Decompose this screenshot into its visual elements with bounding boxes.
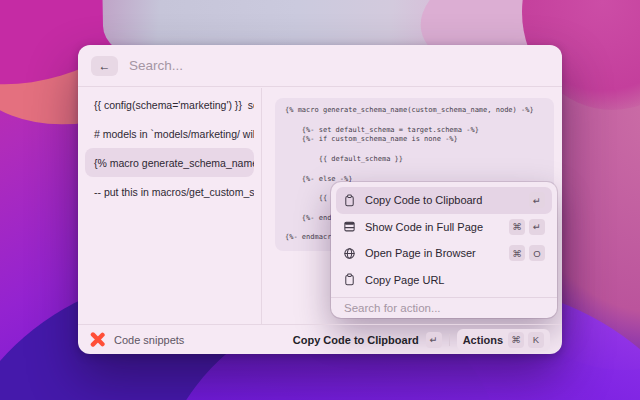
clipboard-icon [343,273,356,286]
keycap: O [529,245,545,261]
snippet-list-item[interactable]: {% macro generate_schema_name(c... [85,148,254,177]
clipboard-icon [343,194,356,207]
action-label: Copy Code to Clipboard [365,194,482,206]
footer-separator [449,334,450,346]
search-input[interactable] [129,58,429,73]
back-arrow-icon: ← [99,59,111,73]
actions-menu: Copy Code to Clipboard ↵ Show Code in Fu… [331,182,557,318]
search-bar: ← [78,45,562,87]
action-label: Copy Page URL [365,274,445,286]
keycap: ⌘ [508,332,524,348]
keycap: ⌘ [509,219,525,235]
snippet-list-item[interactable]: {{ config(schema='marketing') }} sel... [85,90,254,119]
launcher-window: ← {{ config(schema='marketing') }} sel..… [78,45,562,354]
primary-action-shortcut: ↵ [426,332,442,348]
window-icon [343,220,356,233]
action-shortcut: ↵ [529,192,545,208]
action-rows: Copy Code to Clipboard ↵ Show Code in Fu… [336,187,552,293]
snippet-list-item[interactable]: -- put this in macros/get_custom_sc... [85,177,254,206]
globe-icon [343,247,356,260]
snippet-label: {{ config(schema='marketing') }} sel... [94,99,254,111]
action-menu-item[interactable]: Show Code in Full Page ⌘↵ [336,214,552,241]
actions-button-label: Actions [463,334,503,346]
snippet-label: -- put this in macros/get_custom_sc... [94,186,254,198]
action-search-input[interactable] [336,298,552,318]
keycap: ↵ [529,219,545,235]
app-label: Code snippets [114,334,184,346]
keycap: ↵ [529,192,545,208]
snippet-label: # models in `models/marketing/ will... [94,128,254,140]
action-label: Show Code in Full Page [365,221,483,233]
bottom-bar: Code snippets Copy Code to Clipboard ↵ A… [78,324,562,354]
snippet-label: {% macro generate_schema_name(c... [94,157,254,169]
primary-action-label: Copy Code to Clipboard [293,334,419,346]
snippet-list: {{ config(schema='marketing') }} sel... … [78,88,262,324]
action-menu-item[interactable]: Copy Code to Clipboard ↵ [336,187,552,214]
footer-actions: Copy Code to Clipboard ↵ Actions ⌘K [293,329,550,351]
primary-action-button[interactable]: Copy Code to Clipboard ↵ [293,332,442,348]
dbt-icon [90,332,105,347]
action-menu-item[interactable]: Copy Page URL [336,267,552,294]
snippet-list-item[interactable]: # models in `models/marketing/ will... [85,119,254,148]
keycap: K [528,332,544,348]
action-shortcut: ⌘O [509,245,545,261]
keycap: ⌘ [509,245,525,261]
action-label: Open Page in Browser [365,247,476,259]
action-shortcut: ⌘↵ [509,219,545,235]
actions-button[interactable]: Actions ⌘K [457,329,550,351]
actions-button-shortcut: ⌘K [508,332,544,348]
action-menu-item[interactable]: Open Page in Browser ⌘O [336,240,552,267]
back-button[interactable]: ← [91,56,118,76]
keycap: ↵ [426,332,442,348]
